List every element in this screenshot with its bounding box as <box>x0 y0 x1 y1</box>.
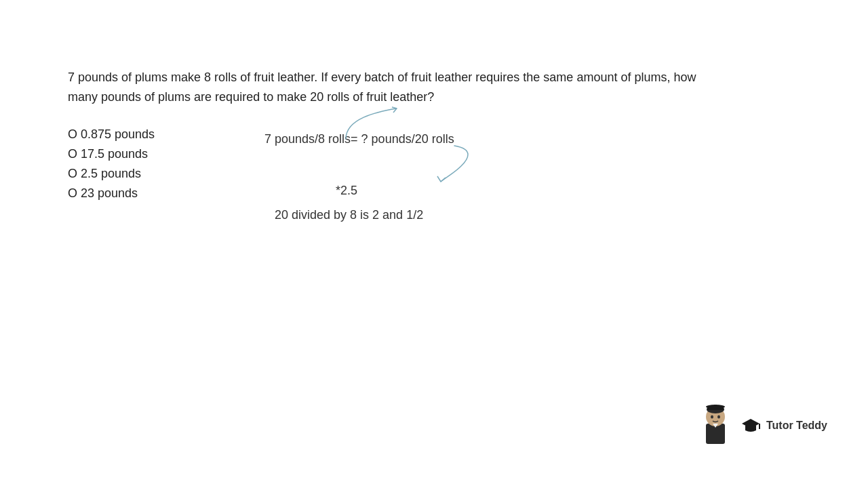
division-note: 20 divided by 8 is 2 and 1/2 <box>275 208 454 222</box>
multiplier-label: *2.5 <box>336 184 454 198</box>
svg-point-13 <box>706 405 725 409</box>
work-area: 7 pounds/8 rolls= ? pounds/20 rolls *2.5… <box>264 132 454 222</box>
question-text: 7 pounds of plums make 8 rolls of fruit … <box>68 68 800 107</box>
ratio-equation: 7 pounds/8 rolls= ? pounds/20 rolls <box>264 132 454 146</box>
svg-point-8 <box>717 415 720 419</box>
tutor-teddy-logo: Tutor Teddy <box>698 403 827 447</box>
tutor-teddy-name: Tutor Teddy <box>766 420 827 432</box>
graduation-cap-icon <box>741 415 761 436</box>
tutor-teddy-avatar <box>698 403 735 447</box>
svg-point-7 <box>711 415 713 419</box>
